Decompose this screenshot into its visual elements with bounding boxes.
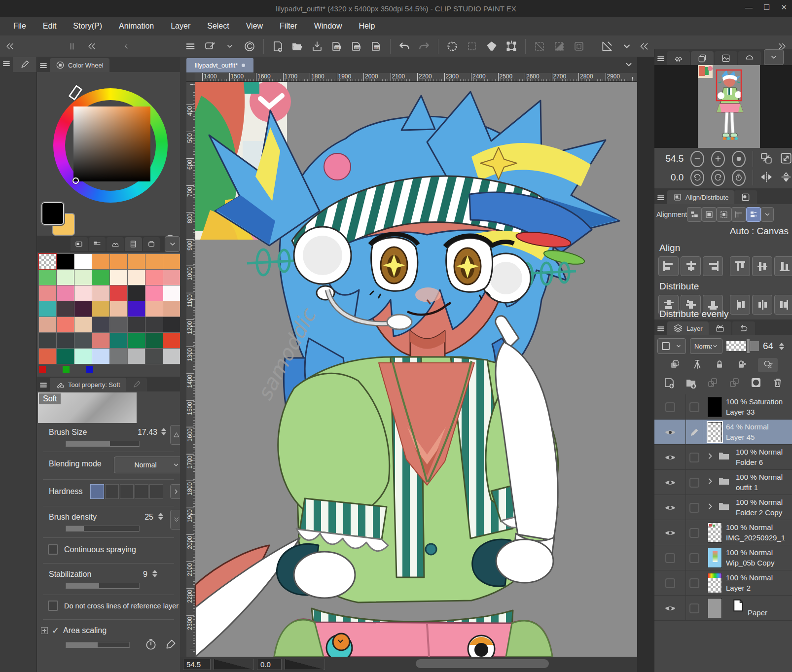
tab-animation-icon[interactable] [709,321,731,335]
flip-vertical-icon[interactable] [780,171,792,185]
layer-editing-pen-icon[interactable] [686,420,703,445]
tool-property-menu-icon[interactable] [37,379,50,391]
color-swatch[interactable] [145,254,163,269]
stabilization-value[interactable]: 9 [136,570,147,579]
menu-item-select[interactable]: Select [199,18,237,34]
align-right-button[interactable] [703,256,723,276]
color-swatch[interactable] [110,285,127,301]
brush-size-slider[interactable] [66,441,140,447]
color-swatch[interactable] [128,285,145,301]
duplicate-layer-icon[interactable] [728,377,740,390]
tab-subview-icon[interactable] [667,51,690,65]
layer-visibility-eye-icon[interactable] [654,470,686,495]
export-psd-icon[interactable]: psd [368,38,385,54]
zoom-reset-icon[interactable] [732,151,746,167]
swatches-expand-button[interactable] [165,236,180,252]
color-swatch[interactable] [145,301,163,317]
tab-history-icon[interactable] [732,321,755,335]
tab-layer[interactable]: Layer [667,321,709,335]
layer-visibility-eye-icon[interactable] [654,520,686,545]
layer-visibility-eye-icon[interactable] [654,445,686,470]
navigator-rotation-value[interactable]: 0.0 [654,172,684,183]
align-middle-v-button[interactable] [752,256,772,276]
red-swatch-icon[interactable] [39,366,46,373]
layer-mask-icon[interactable] [750,377,762,390]
color-swatch[interactable] [128,270,145,285]
horizontal-scrollbar[interactable] [416,659,549,668]
color-swatch[interactable] [92,333,109,348]
navigator-menu-icon[interactable] [654,52,667,65]
document-tab[interactable]: lilypadvt_outfit* [186,58,253,72]
current-tool-icon[interactable] [202,38,218,54]
fit-canvas-icon[interactable] [780,152,792,166]
align-mode-dropdown-icon[interactable] [761,207,774,222]
new-canvas-icon[interactable] [269,38,286,54]
rotation-ramp-slider[interactable] [285,659,325,670]
align-mode-canvas-icon[interactable] [702,207,717,222]
color-swatch[interactable] [92,349,109,364]
tab-color-set-3-icon[interactable] [107,237,124,251]
lock-transparent-icon[interactable] [736,359,746,371]
color-swatch[interactable] [92,270,109,285]
color-swatch[interactable] [145,333,163,348]
folder-expand-icon[interactable] [706,502,714,510]
tab-navigator-icon[interactable] [691,51,714,65]
color-swatch[interactable] [74,317,92,332]
layer-visibility-eye-icon[interactable] [654,596,686,621]
color-swatch[interactable] [57,285,74,301]
zoom-out-icon[interactable] [690,151,704,167]
color-swatch[interactable] [145,317,163,332]
color-swatch[interactable] [39,333,56,348]
color-swatch[interactable] [163,349,180,364]
menu-item-animation[interactable]: Animation [110,18,162,34]
folder-expand-icon[interactable] [706,452,714,460]
invert-selection-icon[interactable] [551,38,568,54]
area-scaling-slider[interactable] [66,642,130,648]
color-swatch[interactable] [57,254,74,269]
rotation-value-box[interactable]: 0.0 [257,659,282,670]
dock-handle-icon[interactable] [64,38,80,54]
color-swatch[interactable] [110,270,127,285]
continuous-spraying-checkbox[interactable] [48,544,58,555]
stabilization-stepper[interactable] [152,570,157,577]
color-swatch[interactable] [39,317,56,332]
color-swatch[interactable] [74,270,92,285]
color-swatch[interactable] [145,349,163,364]
layer-checkbox[interactable] [686,520,703,545]
save-icon[interactable] [309,38,325,54]
layer-thumbnail[interactable] [708,573,722,593]
layer-row-img-20250929-1[interactable]: 100 % NormalIMG_20250929_1 [654,520,792,545]
layer-checkbox[interactable] [686,495,703,520]
flip-horizontal-icon[interactable] [760,171,773,185]
brush-preview[interactable]: Soft [38,392,137,423]
brush-density-stepper[interactable] [158,513,163,520]
menu-item-edit[interactable]: Edit [35,18,65,34]
tab-information-icon[interactable] [738,51,761,65]
menu-item-view[interactable]: View [238,18,271,34]
color-swatch[interactable] [110,333,127,348]
foreground-color-swatch[interactable] [41,202,64,225]
tool-dropdown-icon[interactable] [221,38,238,54]
color-swatch[interactable] [163,285,180,301]
align-top-button[interactable] [730,256,750,276]
layer-visibility-eye-icon[interactable] [654,495,686,520]
menu-item-layer[interactable]: Layer [162,18,199,34]
snap-dropdown-icon[interactable] [618,38,635,54]
delete-layer-icon[interactable] [772,377,784,390]
new-layer-icon[interactable] [663,377,675,390]
tab-list-chevron-icon[interactable] [624,60,633,71]
brush-size-stepper[interactable] [161,428,166,435]
selection-border-icon[interactable] [571,38,587,54]
layer-row-outfit-1[interactable]: 100 % Normaloutfit 1 [654,470,792,495]
blue-swatch-icon[interactable] [86,366,93,373]
color-swatch[interactable] [163,254,180,269]
hardness-selector[interactable] [90,484,163,499]
rotate-right-icon[interactable] [711,170,725,186]
color-swatch[interactable] [128,301,145,317]
align-mode-selection-area-icon[interactable] [717,207,731,222]
zoom-ramp-slider[interactable] [214,659,254,670]
tab-tool-property[interactable]: Tool property: Soft [50,378,126,391]
color-swatch[interactable] [163,301,180,317]
selection-line-icon[interactable] [531,38,548,54]
collapse-panel-icon[interactable] [83,38,100,54]
